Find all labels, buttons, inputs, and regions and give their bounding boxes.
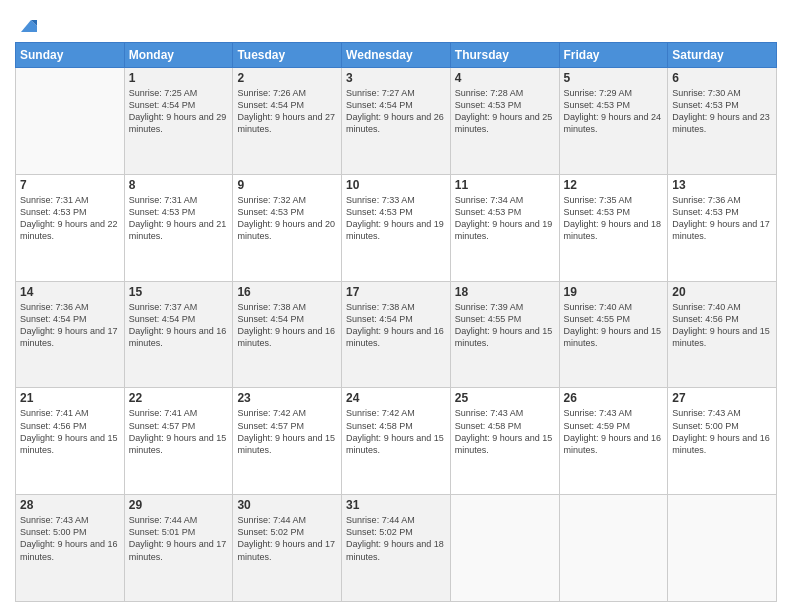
day-info: Sunrise: 7:44 AM Sunset: 5:02 PM Dayligh… bbox=[346, 514, 446, 563]
calendar-cell: 4Sunrise: 7:28 AM Sunset: 4:53 PM Daylig… bbox=[450, 68, 559, 175]
day-number: 28 bbox=[20, 498, 120, 512]
day-number: 19 bbox=[564, 285, 664, 299]
day-number: 7 bbox=[20, 178, 120, 192]
calendar-cell: 25Sunrise: 7:43 AM Sunset: 4:58 PM Dayli… bbox=[450, 388, 559, 495]
day-info: Sunrise: 7:30 AM Sunset: 4:53 PM Dayligh… bbox=[672, 87, 772, 136]
day-number: 14 bbox=[20, 285, 120, 299]
day-number: 29 bbox=[129, 498, 229, 512]
calendar-table: SundayMondayTuesdayWednesdayThursdayFrid… bbox=[15, 42, 777, 602]
calendar-header-sunday: Sunday bbox=[16, 43, 125, 68]
day-number: 21 bbox=[20, 391, 120, 405]
calendar-week-2: 7Sunrise: 7:31 AM Sunset: 4:53 PM Daylig… bbox=[16, 174, 777, 281]
day-info: Sunrise: 7:36 AM Sunset: 4:53 PM Dayligh… bbox=[672, 194, 772, 243]
calendar-cell bbox=[559, 495, 668, 602]
calendar-cell: 26Sunrise: 7:43 AM Sunset: 4:59 PM Dayli… bbox=[559, 388, 668, 495]
header bbox=[15, 10, 777, 36]
calendar-cell: 30Sunrise: 7:44 AM Sunset: 5:02 PM Dayli… bbox=[233, 495, 342, 602]
day-info: Sunrise: 7:43 AM Sunset: 5:00 PM Dayligh… bbox=[672, 407, 772, 456]
day-number: 16 bbox=[237, 285, 337, 299]
calendar-cell: 19Sunrise: 7:40 AM Sunset: 4:55 PM Dayli… bbox=[559, 281, 668, 388]
calendar-cell: 16Sunrise: 7:38 AM Sunset: 4:54 PM Dayli… bbox=[233, 281, 342, 388]
day-info: Sunrise: 7:42 AM Sunset: 4:57 PM Dayligh… bbox=[237, 407, 337, 456]
day-number: 9 bbox=[237, 178, 337, 192]
calendar-cell: 2Sunrise: 7:26 AM Sunset: 4:54 PM Daylig… bbox=[233, 68, 342, 175]
day-info: Sunrise: 7:39 AM Sunset: 4:55 PM Dayligh… bbox=[455, 301, 555, 350]
day-number: 25 bbox=[455, 391, 555, 405]
day-info: Sunrise: 7:36 AM Sunset: 4:54 PM Dayligh… bbox=[20, 301, 120, 350]
day-info: Sunrise: 7:26 AM Sunset: 4:54 PM Dayligh… bbox=[237, 87, 337, 136]
calendar-cell: 22Sunrise: 7:41 AM Sunset: 4:57 PM Dayli… bbox=[124, 388, 233, 495]
day-info: Sunrise: 7:40 AM Sunset: 4:56 PM Dayligh… bbox=[672, 301, 772, 350]
day-info: Sunrise: 7:29 AM Sunset: 4:53 PM Dayligh… bbox=[564, 87, 664, 136]
day-info: Sunrise: 7:31 AM Sunset: 4:53 PM Dayligh… bbox=[20, 194, 120, 243]
calendar-cell: 20Sunrise: 7:40 AM Sunset: 4:56 PM Dayli… bbox=[668, 281, 777, 388]
calendar-cell: 29Sunrise: 7:44 AM Sunset: 5:01 PM Dayli… bbox=[124, 495, 233, 602]
logo-icon bbox=[17, 14, 39, 36]
calendar-cell bbox=[668, 495, 777, 602]
calendar-week-4: 21Sunrise: 7:41 AM Sunset: 4:56 PM Dayli… bbox=[16, 388, 777, 495]
day-number: 17 bbox=[346, 285, 446, 299]
calendar-cell: 28Sunrise: 7:43 AM Sunset: 5:00 PM Dayli… bbox=[16, 495, 125, 602]
calendar-cell: 17Sunrise: 7:38 AM Sunset: 4:54 PM Dayli… bbox=[342, 281, 451, 388]
page: SundayMondayTuesdayWednesdayThursdayFrid… bbox=[0, 0, 792, 612]
day-number: 24 bbox=[346, 391, 446, 405]
day-info: Sunrise: 7:43 AM Sunset: 5:00 PM Dayligh… bbox=[20, 514, 120, 563]
day-number: 2 bbox=[237, 71, 337, 85]
day-number: 26 bbox=[564, 391, 664, 405]
calendar-cell bbox=[16, 68, 125, 175]
calendar-header-row: SundayMondayTuesdayWednesdayThursdayFrid… bbox=[16, 43, 777, 68]
calendar-cell: 9Sunrise: 7:32 AM Sunset: 4:53 PM Daylig… bbox=[233, 174, 342, 281]
day-number: 20 bbox=[672, 285, 772, 299]
day-info: Sunrise: 7:38 AM Sunset: 4:54 PM Dayligh… bbox=[346, 301, 446, 350]
calendar-cell: 6Sunrise: 7:30 AM Sunset: 4:53 PM Daylig… bbox=[668, 68, 777, 175]
calendar-cell: 27Sunrise: 7:43 AM Sunset: 5:00 PM Dayli… bbox=[668, 388, 777, 495]
calendar-cell: 13Sunrise: 7:36 AM Sunset: 4:53 PM Dayli… bbox=[668, 174, 777, 281]
calendar-cell: 24Sunrise: 7:42 AM Sunset: 4:58 PM Dayli… bbox=[342, 388, 451, 495]
day-info: Sunrise: 7:33 AM Sunset: 4:53 PM Dayligh… bbox=[346, 194, 446, 243]
logo bbox=[15, 14, 39, 36]
day-number: 5 bbox=[564, 71, 664, 85]
calendar-cell bbox=[450, 495, 559, 602]
day-number: 3 bbox=[346, 71, 446, 85]
day-info: Sunrise: 7:32 AM Sunset: 4:53 PM Dayligh… bbox=[237, 194, 337, 243]
day-info: Sunrise: 7:28 AM Sunset: 4:53 PM Dayligh… bbox=[455, 87, 555, 136]
day-info: Sunrise: 7:44 AM Sunset: 5:02 PM Dayligh… bbox=[237, 514, 337, 563]
day-number: 31 bbox=[346, 498, 446, 512]
day-number: 12 bbox=[564, 178, 664, 192]
calendar-cell: 12Sunrise: 7:35 AM Sunset: 4:53 PM Dayli… bbox=[559, 174, 668, 281]
day-number: 6 bbox=[672, 71, 772, 85]
day-number: 4 bbox=[455, 71, 555, 85]
day-number: 30 bbox=[237, 498, 337, 512]
calendar-week-5: 28Sunrise: 7:43 AM Sunset: 5:00 PM Dayli… bbox=[16, 495, 777, 602]
day-number: 23 bbox=[237, 391, 337, 405]
calendar-cell: 31Sunrise: 7:44 AM Sunset: 5:02 PM Dayli… bbox=[342, 495, 451, 602]
calendar-header-thursday: Thursday bbox=[450, 43, 559, 68]
calendar-week-3: 14Sunrise: 7:36 AM Sunset: 4:54 PM Dayli… bbox=[16, 281, 777, 388]
calendar-cell: 1Sunrise: 7:25 AM Sunset: 4:54 PM Daylig… bbox=[124, 68, 233, 175]
calendar-cell: 11Sunrise: 7:34 AM Sunset: 4:53 PM Dayli… bbox=[450, 174, 559, 281]
calendar-cell: 14Sunrise: 7:36 AM Sunset: 4:54 PM Dayli… bbox=[16, 281, 125, 388]
calendar-header-saturday: Saturday bbox=[668, 43, 777, 68]
calendar-header-monday: Monday bbox=[124, 43, 233, 68]
day-info: Sunrise: 7:37 AM Sunset: 4:54 PM Dayligh… bbox=[129, 301, 229, 350]
day-number: 15 bbox=[129, 285, 229, 299]
day-info: Sunrise: 7:43 AM Sunset: 4:58 PM Dayligh… bbox=[455, 407, 555, 456]
day-info: Sunrise: 7:31 AM Sunset: 4:53 PM Dayligh… bbox=[129, 194, 229, 243]
day-info: Sunrise: 7:35 AM Sunset: 4:53 PM Dayligh… bbox=[564, 194, 664, 243]
calendar-cell: 15Sunrise: 7:37 AM Sunset: 4:54 PM Dayli… bbox=[124, 281, 233, 388]
day-number: 1 bbox=[129, 71, 229, 85]
calendar-cell: 23Sunrise: 7:42 AM Sunset: 4:57 PM Dayli… bbox=[233, 388, 342, 495]
day-info: Sunrise: 7:27 AM Sunset: 4:54 PM Dayligh… bbox=[346, 87, 446, 136]
day-number: 11 bbox=[455, 178, 555, 192]
calendar-header-tuesday: Tuesday bbox=[233, 43, 342, 68]
day-number: 18 bbox=[455, 285, 555, 299]
day-number: 13 bbox=[672, 178, 772, 192]
calendar-cell: 10Sunrise: 7:33 AM Sunset: 4:53 PM Dayli… bbox=[342, 174, 451, 281]
day-info: Sunrise: 7:34 AM Sunset: 4:53 PM Dayligh… bbox=[455, 194, 555, 243]
day-info: Sunrise: 7:41 AM Sunset: 4:57 PM Dayligh… bbox=[129, 407, 229, 456]
calendar-cell: 8Sunrise: 7:31 AM Sunset: 4:53 PM Daylig… bbox=[124, 174, 233, 281]
day-info: Sunrise: 7:43 AM Sunset: 4:59 PM Dayligh… bbox=[564, 407, 664, 456]
calendar-header-friday: Friday bbox=[559, 43, 668, 68]
day-number: 22 bbox=[129, 391, 229, 405]
day-number: 10 bbox=[346, 178, 446, 192]
